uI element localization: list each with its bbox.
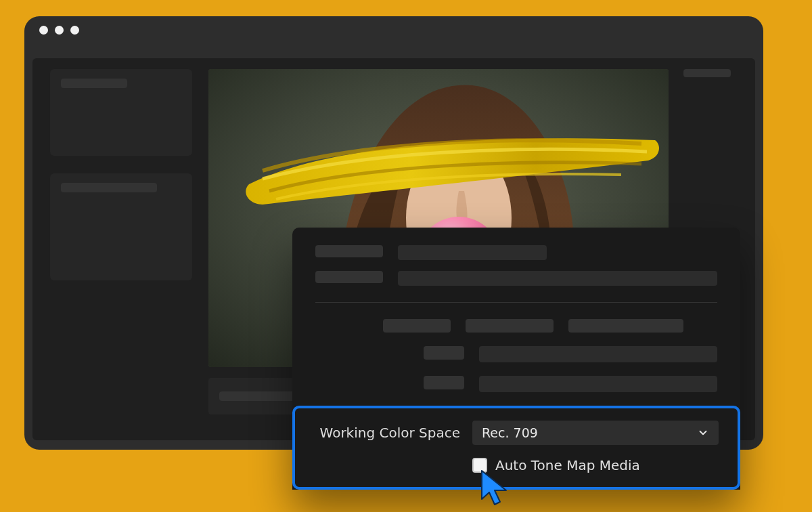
placeholder-pill xyxy=(424,346,464,360)
placeholder-input xyxy=(398,271,717,286)
traffic-light-minimize[interactable] xyxy=(55,26,64,35)
placeholder-input xyxy=(398,245,547,260)
placeholder-pill xyxy=(568,319,683,333)
placeholder-label xyxy=(315,271,383,283)
placeholder-input xyxy=(479,346,717,362)
placeholder-input xyxy=(479,376,717,392)
titlebar xyxy=(24,16,763,43)
color-management-highlight: Working Color Space Rec. 709 Auto Tone M… xyxy=(292,406,740,490)
right-sidebar xyxy=(683,69,738,77)
traffic-light-zoom[interactable] xyxy=(70,26,79,35)
traffic-light-close[interactable] xyxy=(39,26,48,35)
working-color-space-dropdown[interactable]: Rec. 709 xyxy=(472,421,719,445)
left-sidebar xyxy=(50,69,192,298)
panel-section-upper xyxy=(315,245,717,303)
chevron-down-icon xyxy=(697,427,709,439)
color-settings-panel: Working Color Space Rec. 709 Auto Tone M… xyxy=(292,228,740,490)
placeholder-line xyxy=(61,183,157,192)
placeholder-line xyxy=(61,79,127,88)
placeholder-line xyxy=(683,69,731,77)
placeholder-pill xyxy=(383,319,451,333)
sidebar-card xyxy=(50,173,192,280)
dropdown-value: Rec. 709 xyxy=(482,425,538,440)
sidebar-card xyxy=(50,69,192,156)
placeholder-line xyxy=(219,391,300,401)
auto-tone-map-checkbox[interactable] xyxy=(472,458,487,473)
panel-section-lower xyxy=(315,303,717,406)
placeholder-pill xyxy=(466,319,554,333)
auto-tone-map-label: Auto Tone Map Media xyxy=(495,457,640,473)
placeholder-label xyxy=(315,245,383,257)
working-color-space-label: Working Color Space xyxy=(314,425,460,441)
placeholder-pill xyxy=(424,376,464,389)
